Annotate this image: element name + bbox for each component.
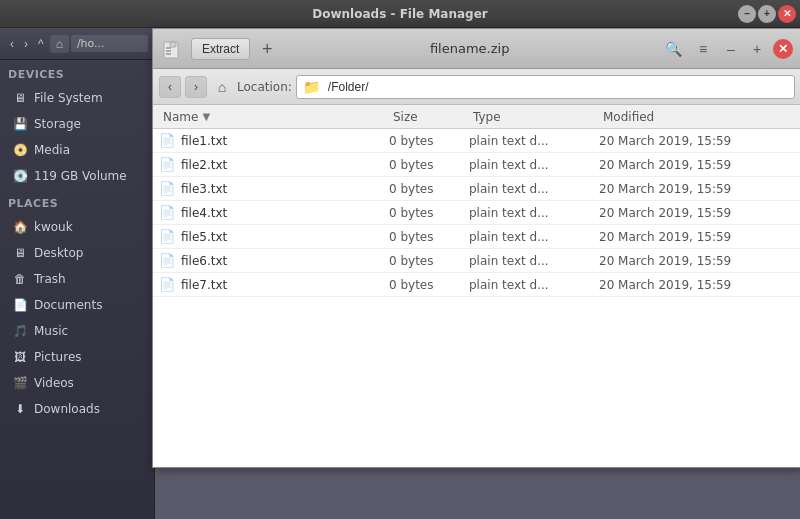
sidebar-item-music[interactable]: 🎵 Music: [4, 319, 150, 343]
file-type-cell: plain text d...: [469, 206, 599, 220]
close-button[interactable]: ✕: [778, 5, 796, 23]
file-icon: 📄: [159, 277, 175, 292]
svg-rect-2: [166, 47, 171, 49]
file-icon: 📄: [159, 205, 175, 220]
sidebar-item-label: Videos: [34, 376, 74, 390]
table-row[interactable]: 📄 file7.txt 0 bytes plain text d... 20 M…: [153, 273, 800, 297]
file-name-cell: 📄 file4.txt: [159, 205, 389, 220]
column-header-size[interactable]: Size: [389, 110, 469, 124]
table-row[interactable]: 📄 file3.txt 0 bytes plain text d... 20 M…: [153, 177, 800, 201]
sidebar-item-media[interactable]: 📀 Media: [4, 138, 150, 162]
location-input[interactable]: [322, 75, 788, 99]
sidebar-item-documents[interactable]: 📄 Documents: [4, 293, 150, 317]
file-name-cell: 📄 file5.txt: [159, 229, 389, 244]
table-row[interactable]: 📄 file1.txt 0 bytes plain text d... 20 M…: [153, 129, 800, 153]
sidebar-item-label: Pictures: [34, 350, 82, 364]
file-size-cell: 0 bytes: [389, 134, 469, 148]
archive-file-icon: [161, 37, 185, 61]
sidebar-item-downloads[interactable]: ⬇ Downloads: [4, 397, 150, 421]
home-icon: 🏠: [12, 219, 28, 235]
file-modified-cell: 20 March 2019, 15:59: [599, 278, 795, 292]
sidebar-item-videos[interactable]: 🎬 Videos: [4, 371, 150, 395]
table-row[interactable]: 📄 file4.txt 0 bytes plain text d... 20 M…: [153, 201, 800, 225]
sidebar-item-filesystem[interactable]: 🖥 File System: [4, 86, 150, 110]
sidebar-item-volume[interactable]: 💽 119 GB Volume: [4, 164, 150, 188]
places-section-header: PLACES: [0, 189, 154, 214]
file-name: file7.txt: [181, 278, 227, 292]
maximize-button[interactable]: +: [758, 5, 776, 23]
sidebar-item-kwouk[interactable]: 🏠 kwouk: [4, 215, 150, 239]
file-modified-cell: 20 March 2019, 15:59: [599, 134, 795, 148]
folder-icon: 📁: [303, 79, 320, 95]
file-size-cell: 0 bytes: [389, 230, 469, 244]
file-modified-cell: 20 March 2019, 15:59: [599, 254, 795, 268]
sidebar-navigation: ‹ › ^ ⌂ /ho...: [0, 28, 154, 60]
sort-arrow-icon: ▼: [202, 111, 210, 122]
file-rows-container: 📄 file1.txt 0 bytes plain text d... 20 M…: [153, 129, 800, 297]
forward-button[interactable]: ›: [20, 36, 32, 52]
add-button[interactable]: +: [256, 38, 278, 60]
file-modified-cell: 20 March 2019, 15:59: [599, 206, 795, 220]
downloads-icon: ⬇: [12, 401, 28, 417]
file-size-cell: 0 bytes: [389, 182, 469, 196]
table-row[interactable]: 📄 file5.txt 0 bytes plain text d... 20 M…: [153, 225, 800, 249]
sidebar-item-label: Trash: [34, 272, 66, 286]
title-bar: Downloads - File Manager – + ✕: [0, 0, 800, 28]
file-type-cell: plain text d...: [469, 158, 599, 172]
archive-toolbar: Extract + filename.zip 🔍 ≡ – + ✕: [153, 29, 800, 69]
file-icon: 📄: [159, 181, 175, 196]
column-header-type[interactable]: Type: [469, 110, 599, 124]
file-name: file5.txt: [181, 230, 227, 244]
file-size-cell: 0 bytes: [389, 254, 469, 268]
back-button[interactable]: ‹: [6, 36, 18, 52]
file-name-cell: 📄 file7.txt: [159, 277, 389, 292]
location-forward-button[interactable]: ›: [185, 76, 207, 98]
column-header-modified[interactable]: Modified: [599, 110, 795, 124]
location-back-button[interactable]: ‹: [159, 76, 181, 98]
sidebar-item-label: Documents: [34, 298, 102, 312]
file-type-cell: plain text d...: [469, 278, 599, 292]
location-label: Location:: [237, 80, 292, 94]
archive-minimize-button[interactable]: –: [721, 39, 741, 59]
sidebar-item-label: File System: [34, 91, 103, 105]
home-button[interactable]: ⌂: [50, 35, 69, 53]
table-row[interactable]: 📄 file6.txt 0 bytes plain text d... 20 M…: [153, 249, 800, 273]
window-controls: – + ✕: [738, 5, 796, 23]
file-list-header: Name ▼ Size Type Modified: [153, 105, 800, 129]
archive-close-button[interactable]: ✕: [773, 39, 793, 59]
table-row[interactable]: 📄 file2.txt 0 bytes plain text d... 20 M…: [153, 153, 800, 177]
sidebar-item-label: 119 GB Volume: [34, 169, 127, 183]
file-name: file2.txt: [181, 158, 227, 172]
sidebar-item-trash[interactable]: 🗑 Trash: [4, 267, 150, 291]
filesystem-icon: 🖥: [12, 90, 28, 106]
file-name: file3.txt: [181, 182, 227, 196]
sidebar-item-desktop[interactable]: 🖥 Desktop: [4, 241, 150, 265]
file-name: file1.txt: [181, 134, 227, 148]
extract-button[interactable]: Extract: [191, 38, 250, 60]
sidebar-item-pictures[interactable]: 🖼 Pictures: [4, 345, 150, 369]
desktop-icon: 🖥: [12, 245, 28, 261]
desktop: Downloads - File Manager – + ✕ ‹ › ^ ⌂ /…: [0, 0, 800, 519]
devices-section-header: DEVICES: [0, 60, 154, 85]
sidebar-item-storage[interactable]: 💾 Storage: [4, 112, 150, 136]
archive-maximize-button[interactable]: +: [747, 39, 767, 59]
search-button[interactable]: 🔍: [661, 37, 685, 61]
media-icon: 📀: [12, 142, 28, 158]
location-home-button[interactable]: ⌂: [211, 76, 233, 98]
file-size-cell: 0 bytes: [389, 158, 469, 172]
archive-filename: filename.zip: [284, 41, 655, 56]
sidebar-item-label: Music: [34, 324, 68, 338]
column-header-name[interactable]: Name ▼: [159, 110, 389, 124]
menu-button[interactable]: ≡: [691, 37, 715, 61]
music-icon: 🎵: [12, 323, 28, 339]
file-name: file4.txt: [181, 206, 227, 220]
minimize-button[interactable]: –: [738, 5, 756, 23]
file-list-area[interactable]: Name ▼ Size Type Modified 📄 file1.txt 0 …: [153, 105, 800, 467]
storage-icon: 💾: [12, 116, 28, 132]
up-button[interactable]: ^: [34, 36, 48, 52]
pictures-icon: 🖼: [12, 349, 28, 365]
location-bar: ‹ › ⌂ Location: 📁: [153, 69, 800, 105]
file-type-cell: plain text d...: [469, 230, 599, 244]
file-icon: 📄: [159, 133, 175, 148]
file-type-cell: plain text d...: [469, 182, 599, 196]
